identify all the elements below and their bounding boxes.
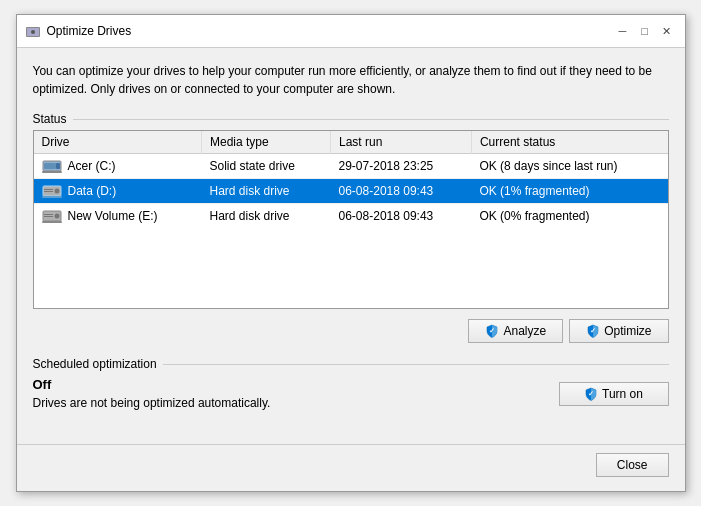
- close-window-button[interactable]: ✕: [657, 21, 677, 41]
- drive-icon: [42, 158, 62, 174]
- analyze-shield-icon: ✓: [485, 324, 499, 338]
- svg-rect-5: [56, 163, 60, 169]
- svg-text:✓: ✓: [588, 390, 594, 397]
- drive-name: Data (D:): [68, 184, 117, 198]
- svg-rect-6: [42, 171, 62, 173]
- last-run-cell: 06-08-2018 09:43: [331, 204, 472, 229]
- drives-table-body: Acer (C:) Solid state drive29-07-2018 23…: [34, 154, 668, 229]
- last-run-cell: 06-08-2018 09:43: [331, 179, 472, 204]
- scheduled-section-label: Scheduled optimization: [33, 357, 669, 371]
- scheduled-content: Off Drives are not being optimized autom…: [33, 377, 669, 410]
- svg-rect-15: [44, 216, 53, 217]
- last-run-cell: 29-07-2018 23:25: [331, 154, 472, 179]
- col-last-run: Last run: [331, 131, 472, 154]
- col-media-type: Media type: [202, 131, 331, 154]
- drives-table-container: Drive Media type Last run Current status…: [33, 130, 669, 309]
- turn-on-button[interactable]: ✓ Turn on: [559, 382, 669, 406]
- media-type-cell: Hard disk drive: [202, 179, 331, 204]
- description-text: You can optimize your drives to help you…: [33, 62, 669, 98]
- svg-point-2: [31, 30, 35, 34]
- svg-rect-16: [42, 221, 62, 223]
- drive-icon: [42, 208, 62, 224]
- drive-name: New Volume (E:): [68, 209, 158, 223]
- media-type-cell: Solid state drive: [202, 154, 331, 179]
- action-buttons: ✓ Analyze ✓ Optimize: [33, 319, 669, 343]
- drives-table: Drive Media type Last run Current status…: [34, 131, 668, 228]
- drive-name: Acer (C:): [68, 159, 116, 173]
- window-title: Optimize Drives: [47, 24, 613, 38]
- analyze-button[interactable]: ✓ Analyze: [468, 319, 563, 343]
- analyze-label: Analyze: [503, 324, 546, 338]
- svg-rect-11: [42, 196, 62, 198]
- svg-rect-14: [44, 214, 53, 215]
- col-current-status: Current status: [471, 131, 667, 154]
- status-cell: OK (0% fragmented): [471, 204, 667, 229]
- svg-text:✓: ✓: [590, 327, 596, 334]
- optimize-label: Optimize: [604, 324, 651, 338]
- svg-point-8: [54, 189, 59, 194]
- drive-cell: Data (D:): [34, 179, 202, 204]
- turn-on-label: Turn on: [602, 387, 643, 401]
- scheduled-info: Off Drives are not being optimized autom…: [33, 377, 271, 410]
- table-row[interactable]: Data (D:) Hard disk drive06-08-2018 09:4…: [34, 179, 668, 204]
- svg-rect-9: [44, 189, 53, 190]
- svg-point-13: [54, 214, 59, 219]
- svg-rect-4: [44, 163, 56, 169]
- drive-icon: [42, 183, 62, 199]
- col-drive: Drive: [34, 131, 202, 154]
- close-button[interactable]: Close: [596, 453, 669, 477]
- status-cell: OK (8 days since last run): [471, 154, 667, 179]
- footer: Close: [17, 444, 685, 491]
- main-content: You can optimize your drives to help you…: [17, 48, 685, 440]
- table-header-row: Drive Media type Last run Current status: [34, 131, 668, 154]
- maximize-button[interactable]: □: [635, 21, 655, 41]
- title-bar: Optimize Drives ─ □ ✕: [17, 15, 685, 48]
- svg-text:✓: ✓: [489, 327, 495, 334]
- minimize-button[interactable]: ─: [613, 21, 633, 41]
- scheduled-section: Scheduled optimization Off Drives are no…: [33, 357, 669, 410]
- media-type-cell: Hard disk drive: [202, 204, 331, 229]
- status-section-label: Status: [33, 112, 669, 126]
- window-controls: ─ □ ✕: [613, 21, 677, 41]
- table-empty-space: [34, 228, 668, 308]
- scheduled-description: Drives are not being optimized automatic…: [33, 396, 271, 410]
- drive-cell: Acer (C:): [34, 154, 202, 179]
- window-icon: [25, 23, 41, 39]
- drive-cell: New Volume (E:): [34, 204, 202, 229]
- scheduled-status: Off: [33, 377, 271, 392]
- svg-rect-10: [44, 191, 53, 192]
- turn-on-shield-icon: ✓: [584, 387, 598, 401]
- status-cell: OK (1% fragmented): [471, 179, 667, 204]
- optimize-drives-window: Optimize Drives ─ □ ✕ You can optimize y…: [16, 14, 686, 492]
- table-row[interactable]: Acer (C:) Solid state drive29-07-2018 23…: [34, 154, 668, 179]
- optimize-button[interactable]: ✓ Optimize: [569, 319, 668, 343]
- optimize-shield-icon: ✓: [586, 324, 600, 338]
- table-row[interactable]: New Volume (E:) Hard disk drive06-08-201…: [34, 204, 668, 229]
